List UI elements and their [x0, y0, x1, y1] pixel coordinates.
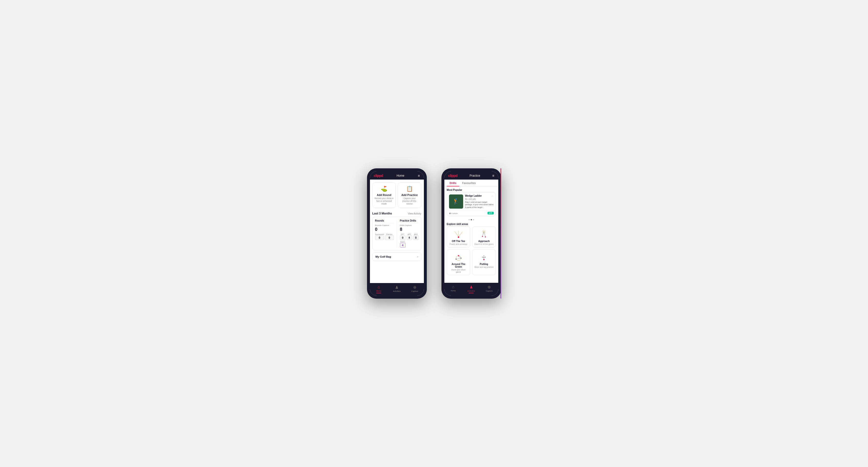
- off-tee-svg: [453, 229, 464, 239]
- most-popular-label: Most Popular: [444, 187, 498, 192]
- nav-capture-home[interactable]: ⊕ Capture: [406, 285, 424, 293]
- home-content: ⛳ Add Round Record your shots in fast or…: [370, 180, 424, 283]
- capture-nav-icon-p: ⊕: [488, 285, 491, 289]
- svg-point-3: [458, 237, 459, 238]
- menu-icon-practice[interactable]: ≡: [492, 174, 494, 178]
- nav-activities-practice[interactable]: ♟ Activities: [462, 285, 480, 293]
- tournament-cell: Tournament 0: [375, 234, 384, 240]
- svg-point-18: [484, 255, 485, 256]
- bottom-nav-home: ⌂ Home ♟ Activities ⊕ Capture: [370, 283, 424, 296]
- drill-badge: APP: [488, 212, 493, 215]
- around-green-svg: [453, 252, 464, 261]
- stats-row: Rounds Rounds Capture 0 Tournament 0 Pra…: [375, 219, 419, 248]
- svg-point-8: [482, 236, 483, 237]
- capture-nav-label-p: Capture: [486, 290, 492, 292]
- drill-card-wedge[interactable]: 🏌️ Wedge Ladder ☆ 50–100 yds Play 1 shot…: [447, 192, 496, 216]
- off-tee-icon-area: [453, 229, 465, 239]
- approach-svg: [478, 229, 490, 239]
- drills-capture-label: Drills Capture: [400, 224, 419, 226]
- arg-value: 0: [413, 235, 419, 240]
- bottom-nav-practice: ⌂ Home ♟ Activities ⊕ Capture: [444, 283, 498, 296]
- putt-cell: PUTT 4: [400, 241, 406, 248]
- activities-nav-icon: ♟: [395, 285, 399, 290]
- around-green-name: Around The Green: [449, 263, 468, 268]
- drills-col: Practice Drills Drills Capture 8 OTT 0 A…: [400, 219, 419, 248]
- home-nav-underline: [376, 293, 381, 293]
- explore-label: Explore skill areas: [444, 221, 498, 226]
- golf-bag-label: My Golf Bag: [376, 255, 391, 258]
- drills-total: 8: [400, 227, 419, 232]
- capture-nav-label: Capture: [411, 290, 418, 292]
- nav-home[interactable]: ⌂ Home: [370, 285, 388, 293]
- svg-point-12: [460, 258, 461, 259]
- rounds-breakdown: Tournament 0 Practice 0: [375, 234, 394, 240]
- putt-label: PUTT: [400, 241, 406, 243]
- svg-point-9: [485, 237, 486, 238]
- skill-around-green[interactable]: Around The Green Hone your short game: [447, 249, 470, 275]
- drill-thumbnail: 🏌️: [449, 194, 463, 209]
- home-nav-label-p: Home: [451, 290, 456, 292]
- activities-nav-label: Activities: [393, 290, 401, 292]
- menu-icon-home[interactable]: ≡: [418, 174, 420, 178]
- drill-dots: [444, 218, 498, 221]
- golf-bag-chevron: ›: [417, 255, 418, 258]
- drill-card-inner: 🏌️ Wedge Ladder ☆ 50–100 yds Play 1 shot…: [447, 192, 496, 211]
- drill-info: Wedge Ladder ☆ 50–100 yds Play 1 shot at…: [465, 194, 494, 209]
- activities-nav-underline: [469, 293, 474, 293]
- add-round-sub: Record your shots in fast or enhanced mo…: [375, 197, 394, 205]
- around-green-icon-area: [453, 252, 465, 262]
- stats-box: Rounds Rounds Capture 0 Tournament 0 Pra…: [372, 217, 422, 250]
- action-cards: ⛳ Add Round Record your shots in fast or…: [370, 180, 424, 210]
- app-cell: APP 4: [407, 234, 412, 240]
- tab-drills[interactable]: Drills: [447, 180, 460, 186]
- drills-breakdown: OTT 0 APP 4 ARG 0: [400, 234, 419, 248]
- capture-nav-icon: ⊕: [413, 285, 416, 290]
- add-practice-title: Add Practice: [401, 193, 418, 196]
- nav-home-practice[interactable]: ⌂ Home: [444, 285, 462, 293]
- dot-2[interactable]: [471, 219, 472, 220]
- add-practice-card[interactable]: 📋 Add Practice Capture your practice off…: [398, 183, 422, 208]
- skill-approach[interactable]: Approach Dial-in to hit the green: [472, 226, 496, 247]
- putting-icon-area: [478, 252, 490, 262]
- practice-value: 0: [385, 235, 394, 240]
- tab-favourites[interactable]: Favourites: [459, 180, 479, 186]
- home-nav-label: Home: [376, 290, 381, 292]
- nav-activities-home[interactable]: ♟ Activities: [388, 285, 406, 293]
- rounds-total: 0: [375, 227, 394, 232]
- add-round-card[interactable]: ⛳ Add Round Record your shots in fast or…: [372, 183, 396, 208]
- activities-nav-label-p: Activities: [467, 290, 475, 292]
- add-round-title: Add Round: [377, 193, 391, 196]
- home-nav-icon: ⌂: [378, 285, 380, 289]
- approach-sub: Dial-in to hit the green: [474, 243, 493, 245]
- approach-name: Approach: [478, 240, 490, 243]
- skill-putting[interactable]: Putting Make and lag practice: [472, 249, 496, 275]
- svg-line-0: [455, 231, 459, 237]
- activities-nav-icon-p: ♟: [469, 285, 473, 289]
- star-icon[interactable]: ☆: [491, 194, 494, 198]
- add-round-icon: ⛳: [381, 186, 387, 192]
- circle-icon: ◉: [449, 212, 451, 215]
- dot-1[interactable]: [468, 219, 470, 220]
- nav-capture-practice[interactable]: ⊕ Capture: [480, 285, 498, 293]
- rounds-col: Rounds Rounds Capture 0 Tournament 0 Pra…: [375, 219, 394, 248]
- practice-cell: Practice 0: [385, 234, 394, 240]
- view-activity-link[interactable]: View Activity: [408, 212, 421, 215]
- drill-shots: ◉ 9 shots: [449, 212, 458, 215]
- app-value: 4: [407, 235, 412, 240]
- off-tee-name: Off The Tee: [452, 240, 465, 243]
- golf-bag-row[interactable]: My Golf Bag ›: [372, 252, 422, 261]
- putting-sub: Make and lag practice: [474, 266, 493, 268]
- add-practice-icon: 📋: [406, 186, 413, 192]
- skill-grid: Off The Tee Power and accuracy: [444, 226, 498, 278]
- putting-svg: [478, 252, 490, 261]
- drills-title: Practice Drills: [400, 219, 419, 223]
- page-title-home: Home: [397, 174, 404, 177]
- drill-yardage: 50–100 yds: [465, 198, 494, 200]
- svg-line-15: [457, 258, 461, 259]
- dot-3[interactable]: [473, 219, 474, 220]
- ott-cell: OTT 0: [400, 234, 406, 240]
- tournament-label: Tournament: [375, 234, 384, 235]
- ott-label: OTT: [400, 234, 406, 235]
- logo-home: clippd: [374, 174, 383, 178]
- skill-off-tee[interactable]: Off The Tee Power and accuracy: [447, 226, 470, 247]
